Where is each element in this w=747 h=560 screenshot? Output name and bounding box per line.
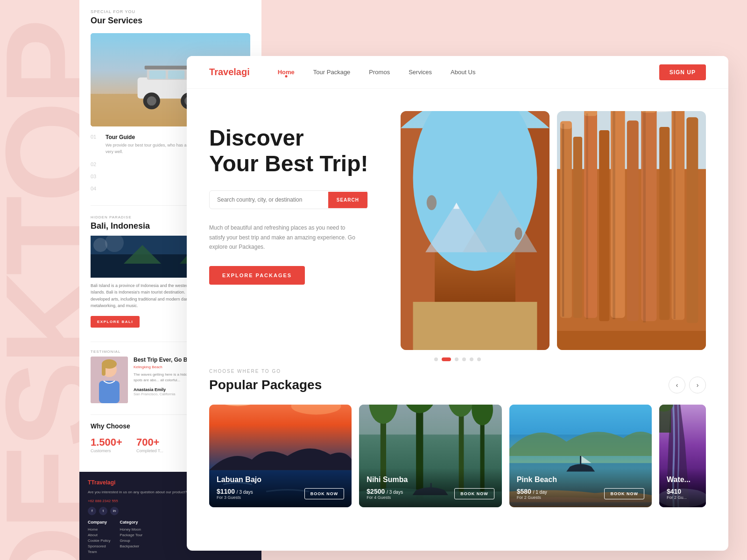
card-pink-footer: $580 / 1 day For 2 Guests BOOK NOW [517,488,644,500]
prev-arrow-button[interactable]: ‹ [669,377,685,393]
hero-section: Discover Your Best Trip! SEARCH Much of … [187,89,728,350]
card-water-overlay: Wate... $410 For 2 Gu... [659,468,706,507]
slider-dots [187,350,728,369]
package-card-nihi: Nihi Sumba $2500 / 3 days For 4 Guests B… [359,405,501,507]
section-label: CHOOSE WHERE TO GO [209,369,706,374]
main-card: Travelagi Home Tour Package Promos Servi… [187,56,728,551]
price-amount-nihi: $2500 / 3 days [366,488,403,495]
stat-customers-label: Customers [91,448,122,453]
facebook-icon[interactable]: f [88,507,96,515]
card-nihi-footer: $2500 / 3 days For 4 Guests BOOK NOW [366,488,494,500]
footer-category-title: Category [120,520,142,525]
stat-completed-label: Completed T... [136,448,163,453]
hero-title-line2: Your Best Trip! [209,151,368,176]
package-card-water: Wate... $410 For 2 Gu... [659,405,706,507]
nav-tour-package[interactable]: Tour Package [313,69,351,76]
footer-link-group[interactable]: Group [120,539,142,543]
instagram-icon[interactable]: in [110,507,119,515]
dot-3[interactable] [455,357,458,361]
logo-text: ravelagi [214,67,250,77]
card-labuan-footer: $1100 / 3 days For 3 Guests BOOK NOW [217,488,344,500]
card-nihi-title: Nihi Sumba [366,476,494,484]
footer-link-package[interactable]: Package Tour [120,533,142,537]
card-pink-price: $580 / 1 day For 2 Guests [517,488,547,500]
footer-company-title: Company [88,520,110,525]
explore-packages-button[interactable]: EXPLORE PACKAGES [209,266,305,285]
dot-2[interactable] [442,357,451,361]
package-card-pink: Pink Beach $580 / 1 day For 2 Guests BOO… [509,405,652,507]
packages-grid: Labuan Bajo $1100 / 3 days For 3 Guests … [209,405,706,507]
footer-link-honeymoon[interactable]: Honey Moon [120,527,142,532]
price-amount: $1100 / 3 days [217,488,253,495]
svg-rect-62 [557,111,706,350]
explore-bali-button[interactable]: EXPLORE BALI [91,316,140,328]
nav-arrows: ‹ › [669,377,706,393]
card-labuan-price: $1100 / 3 days For 3 Guests [217,488,253,500]
logo-letter: T [209,67,214,77]
footer-link-about[interactable]: About [88,533,110,537]
sign-up-button[interactable]: SIGN UP [659,64,706,80]
card-water-title: Wate... [667,476,698,484]
dot-5[interactable] [470,357,473,361]
footer-company-col: Company Home About Cookie Policy Sponsor… [88,520,110,555]
logo: Travelagi [209,67,250,77]
twitter-icon[interactable]: t [99,507,107,515]
section-title: Popular Packages [209,378,322,392]
book-pink-button[interactable]: BOOK NOW [604,488,644,499]
card-water-footer: $410 For 2 Gu... [667,488,698,500]
search-button[interactable]: SEARCH [328,192,367,208]
nav-links: Home Tour Package Promos Services About … [278,69,659,76]
price-amount-pink: $580 / 1 day [517,488,547,495]
svg-rect-84 [509,405,652,434]
hero-image-arch [401,111,550,350]
price-amount-water: $410 [667,488,687,495]
navbar: Travelagi Home Tour Package Promos Servi… [187,56,728,89]
svg-point-15 [93,238,107,252]
stat-customers: 1.500+ Customers [91,436,122,453]
footer-link-cookie[interactable]: Cookie Policy [88,539,110,543]
dot-6[interactable] [477,357,481,361]
footer-link-team[interactable]: Team [88,550,110,554]
hero-images [401,111,706,350]
nav-services[interactable]: Services [409,69,432,76]
svg-rect-24 [99,381,120,403]
price-guests-nihi: For 4 Guests [366,495,403,500]
footer-link-sponsored[interactable]: Sponsored [88,544,110,548]
nav-about-us[interactable]: About Us [451,69,475,76]
footer-link-backpacker[interactable]: Backpacker [120,544,142,548]
svg-rect-31 [413,302,537,350]
hero-description: Much of beautiful and refreshing places … [209,223,359,252]
testimonial-avatar [91,357,128,403]
nav-promos[interactable]: Promos [369,69,390,76]
svg-rect-23 [102,364,106,376]
stat-completed: 700+ Completed T... [136,436,163,453]
price-guests-pink: For 2 Guests [517,495,547,500]
footer-link-home[interactable]: Home [88,527,110,532]
stat-customers-num: 1.500+ [91,436,122,448]
search-bar: SEARCH [209,190,368,209]
packages-section: CHOOSE WHERE TO GO Popular Packages ‹ › [187,369,728,507]
card-labuan-overlay: Labuan Bajo $1100 / 3 days For 3 Guests … [209,468,352,507]
footer-category-col: Category Honey Moon Package Tour Group B… [120,520,142,555]
service-num: 01 [91,134,100,155]
dot-4[interactable] [462,357,466,361]
hero-left: Discover Your Best Trip! SEARCH Much of … [209,111,387,350]
nav-home[interactable]: Home [278,69,295,76]
search-input[interactable] [210,191,328,209]
next-arrow-button[interactable]: › [689,377,706,393]
book-nihi-button[interactable]: BOOK NOW [454,488,494,499]
book-labuan-button[interactable]: BOOK NOW [304,488,345,499]
section-header: Popular Packages ‹ › [209,377,706,393]
dot-1[interactable] [434,357,438,361]
hero-image-canyon [557,111,706,350]
price-guests: For 3 Guests [217,495,253,500]
svg-rect-4 [145,66,192,70]
hero-title: Discover Your Best Trip! [209,125,387,176]
special-label: SPECIAL FOR YOU [91,9,250,14]
services-title: Our Services [91,16,250,26]
svg-rect-10 [168,70,184,79]
svg-point-32 [427,195,437,210]
hero-title-line1: Discover [209,126,304,150]
card-nihi-price: $2500 / 3 days For 4 Guests [366,488,403,500]
card-pink-overlay: Pink Beach $580 / 1 day For 2 Guests BOO… [509,468,652,507]
